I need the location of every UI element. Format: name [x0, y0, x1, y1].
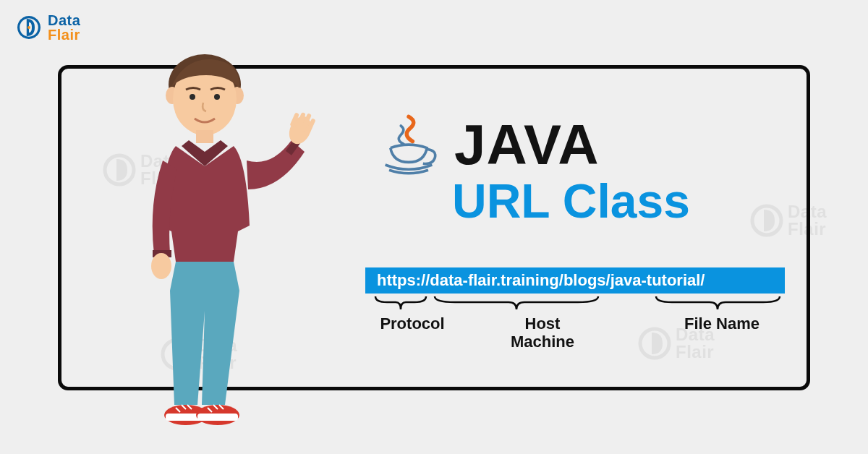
svg-point-0	[27, 26, 30, 29]
title-block: JAVA URL Class	[376, 112, 810, 228]
label-protocol: Protocol	[373, 314, 452, 333]
label-host: Host Machine	[481, 314, 604, 351]
dataflair-logo-icon	[14, 13, 43, 42]
svg-point-9	[190, 94, 195, 100]
title-sub: URL Class	[452, 174, 810, 228]
presenter-illustration	[119, 45, 322, 435]
brand-logo: Data Flair	[14, 13, 80, 42]
title-main: JAVA	[454, 112, 600, 178]
svg-point-10	[214, 94, 220, 100]
logo-text-data: Data	[48, 13, 80, 27]
label-file: File Name	[668, 314, 776, 333]
java-cup-icon	[376, 113, 441, 178]
url-example: https://data-flair.training/blogs/java-t…	[365, 267, 785, 294]
svg-rect-23	[197, 414, 238, 421]
logo-text-flair: Flair	[48, 27, 80, 42]
svg-point-13	[151, 253, 171, 279]
svg-rect-11	[196, 130, 213, 143]
